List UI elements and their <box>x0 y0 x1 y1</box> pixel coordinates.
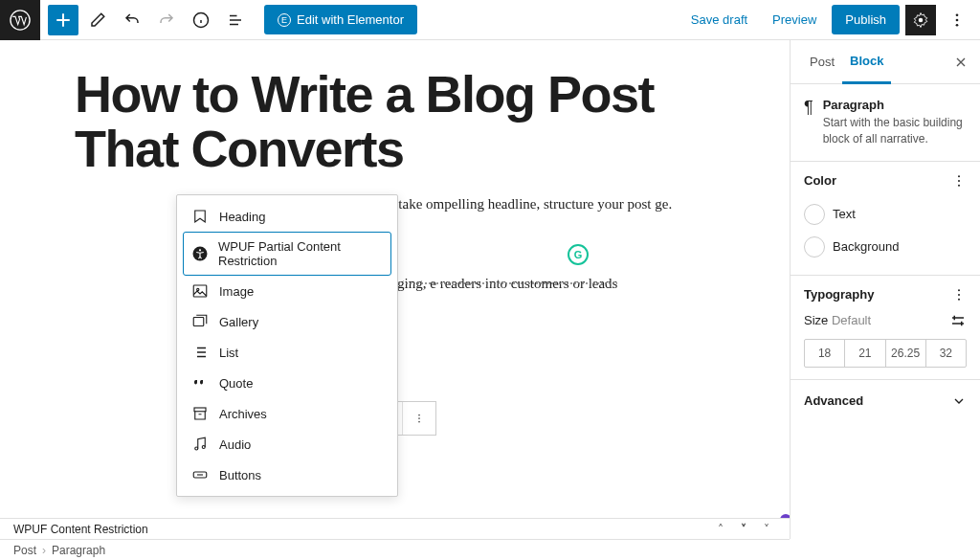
text-color-button[interactable]: Text <box>804 198 967 231</box>
paragraph-icon: ¶ <box>804 98 813 147</box>
svg-point-4 <box>956 18 959 21</box>
size-32[interactable]: 32 <box>926 340 966 367</box>
svg-point-20 <box>958 184 960 186</box>
preview-button[interactable]: Preview <box>763 5 826 34</box>
menu-item-quote[interactable]: Quote <box>183 368 391 398</box>
elementor-label: Edit with Elementor <box>297 12 404 27</box>
heading-icon <box>190 208 210 225</box>
block-info: ¶ Paragraph Start with the basic buildin… <box>791 84 980 162</box>
toolbar-right: Save draft Preview Publish <box>681 5 980 35</box>
metabox-name: WPUF Content Restriction <box>13 523 148 536</box>
menu-item-archives[interactable]: Archives <box>183 398 391 429</box>
grammarly-icon[interactable]: G <box>568 244 589 265</box>
svg-point-23 <box>958 298 960 300</box>
color-heading: Color <box>804 173 836 188</box>
more-options-button[interactable] <box>942 5 972 35</box>
list-icon <box>190 344 210 361</box>
size-21[interactable]: 21 <box>845 340 885 367</box>
tab-post[interactable]: Post <box>802 40 842 84</box>
metabox-title-bar: WPUF Content Restriction ˄ ˅ ˅ <box>0 518 790 539</box>
menu-item-heading[interactable]: Heading <box>183 201 391 232</box>
main-content: How to Write a Blog Post That Converts p… <box>0 40 980 539</box>
typography-options-button[interactable] <box>951 287 967 302</box>
edit-mode-button[interactable] <box>82 5 113 35</box>
settings-toggle-button[interactable] <box>905 5 936 35</box>
metabox-down-button[interactable]: ˅ <box>734 523 753 536</box>
svg-point-19 <box>958 180 960 182</box>
menu-item-buttons[interactable]: Buttons <box>183 459 391 490</box>
svg-point-7 <box>418 417 420 419</box>
editor-canvas[interactable]: How to Write a Blog Post That Converts p… <box>0 40 790 539</box>
color-options-button[interactable] <box>951 173 967 189</box>
block-breadcrumb: Post › Paragraph <box>0 539 790 560</box>
block-options-button[interactable] <box>403 402 435 435</box>
svg-point-8 <box>418 421 420 423</box>
breadcrumb-sep: › <box>42 544 46 557</box>
breadcrumb-root[interactable]: Post <box>13 544 36 557</box>
svg-point-0 <box>11 10 30 29</box>
accessibility-icon <box>191 245 209 262</box>
block-name: Paragraph <box>823 98 967 112</box>
sidebar-tabs: Post Block <box>791 40 980 84</box>
tab-block[interactable]: Block <box>842 40 891 84</box>
toolbar-left: E Edit with Elementor <box>40 5 417 35</box>
background-color-button[interactable]: Background <box>804 231 967 263</box>
bg-swatch <box>804 236 825 258</box>
save-draft-button[interactable]: Save draft <box>681 5 757 34</box>
svg-point-6 <box>418 414 420 416</box>
metabox-up-button[interactable]: ˄ <box>711 523 730 536</box>
color-section: Color Text Background <box>791 162 980 276</box>
editor-top-toolbar: E Edit with Elementor Save draft Preview… <box>0 0 980 40</box>
redo-button[interactable] <box>151 5 182 35</box>
svg-point-10 <box>199 249 201 251</box>
menu-item-wpuf-restriction[interactable]: WPUF Partial Content Restriction <box>183 232 391 276</box>
outline-button[interactable] <box>220 5 251 35</box>
svg-rect-11 <box>193 285 207 297</box>
details-button[interactable] <box>186 5 216 35</box>
menu-item-gallery[interactable]: Gallery <box>183 306 391 337</box>
svg-point-21 <box>958 289 960 291</box>
buttons-icon <box>190 466 210 483</box>
elementor-icon: E <box>278 13 291 27</box>
settings-sidebar: Post Block ¶ Paragraph Start with the ba… <box>790 40 980 539</box>
svg-rect-14 <box>194 408 206 412</box>
edit-with-elementor-button[interactable]: E Edit with Elementor <box>264 5 417 34</box>
advanced-toggle[interactable]: Advanced <box>791 380 980 422</box>
text-swatch <box>804 204 825 225</box>
size-26[interactable]: 26.25 <box>886 340 926 367</box>
svg-point-3 <box>956 13 959 16</box>
svg-point-18 <box>958 175 960 177</box>
svg-point-2 <box>919 17 924 22</box>
menu-item-audio[interactable]: Audio <box>183 429 391 459</box>
quote-icon <box>190 374 210 392</box>
add-block-button[interactable] <box>48 5 78 35</box>
custom-size-toggle[interactable] <box>949 312 967 329</box>
typography-section: Typography Size Default 18 21 26.25 32 <box>791 276 980 380</box>
block-description: Start with the basic building block of a… <box>823 115 967 147</box>
publish-button[interactable]: Publish <box>832 5 900 34</box>
audio-icon <box>190 436 210 453</box>
undo-button[interactable] <box>117 5 147 35</box>
svg-rect-13 <box>193 318 204 326</box>
gallery-icon <box>190 313 210 330</box>
size-row: Size Default <box>804 312 967 329</box>
breadcrumb-current: Paragraph <box>52 544 105 557</box>
typography-heading: Typography <box>804 287 874 302</box>
wordpress-logo[interactable] <box>0 0 40 40</box>
post-title[interactable]: How to Write a Blog Post That Converts <box>75 67 751 175</box>
size-presets: 18 21 26.25 32 <box>804 339 967 368</box>
svg-point-5 <box>956 23 959 26</box>
svg-point-22 <box>958 294 960 296</box>
size-18[interactable]: 18 <box>805 340 845 367</box>
svg-point-16 <box>202 446 205 449</box>
image-icon <box>190 282 210 300</box>
svg-point-15 <box>195 447 198 450</box>
archives-icon <box>190 405 210 422</box>
menu-item-image[interactable]: Image <box>183 276 391 306</box>
close-sidebar-button[interactable] <box>953 55 969 70</box>
metabox-collapse-button[interactable]: ˅ <box>757 523 776 536</box>
block-inserter-menu: Heading WPUF Partial Content Restriction… <box>176 194 398 497</box>
menu-item-list[interactable]: List <box>183 337 391 368</box>
